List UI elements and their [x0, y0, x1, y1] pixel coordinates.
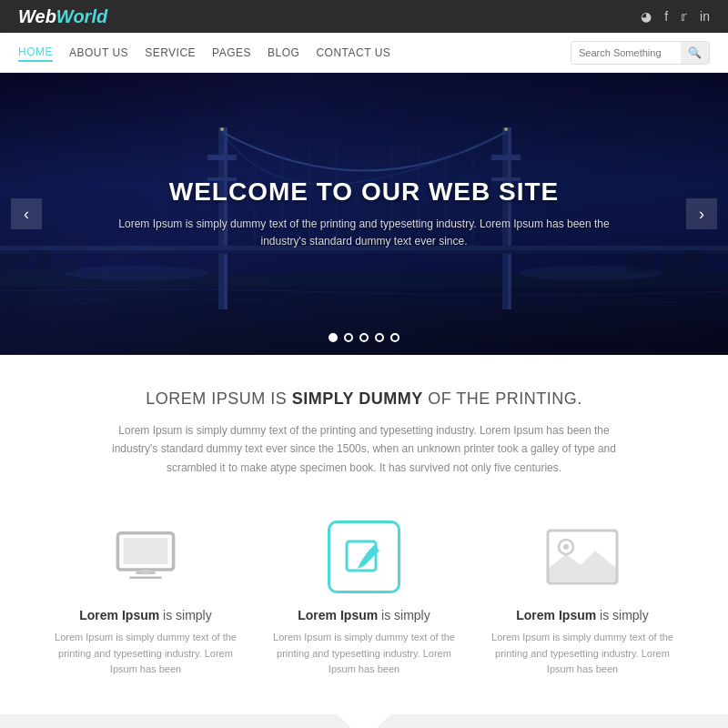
hero-dots — [329, 333, 399, 342]
logo: WebWorld — [18, 6, 107, 27]
feature-edit-title-rest: is simply — [381, 608, 430, 622]
hero-dot-2[interactable] — [344, 333, 353, 342]
hero-prev-button[interactable]: ‹ — [11, 198, 42, 229]
hero-next-button[interactable]: › — [686, 198, 717, 229]
hero-dot-1[interactable] — [329, 333, 338, 342]
nav-pages[interactable]: PAGES — [212, 45, 251, 61]
edit-icon — [328, 521, 400, 593]
intro-section: LOREM IPSUM IS SIMPLY DUMMY OF THE PRINT… — [0, 355, 728, 502]
social-icons: ◕ f 𝕣 in — [641, 9, 710, 24]
svg-rect-26 — [32, 250, 50, 273]
nav-service[interactable]: SERVICE — [145, 45, 196, 61]
svg-rect-30 — [682, 251, 703, 273]
hero-content: WELCOME TO OUR WEB SITE Lorem Ipsum is s… — [0, 177, 728, 250]
nav-contact[interactable]: CONTACT US — [316, 45, 390, 61]
svg-rect-20 — [0, 250, 728, 254]
hero-title: WELCOME TO OUR WEB SITE — [109, 177, 619, 207]
intro-heading-pre: LOREM IPSUM IS — [146, 389, 292, 408]
svg-point-24 — [504, 127, 508, 131]
hero-slider: WELCOME TO OUR WEB SITE Lorem Ipsum is s… — [0, 73, 728, 355]
facebook-icon[interactable]: f — [664, 9, 668, 24]
twitter-icon[interactable]: 𝕣 — [681, 9, 687, 24]
svg-rect-34 — [141, 570, 151, 574]
search-button[interactable]: 🔍 — [681, 42, 709, 64]
features-section: Lorem Ipsum is simply Lorem Ipsum is sim… — [0, 502, 728, 714]
svg-point-21 — [64, 266, 209, 280]
feature-edit: Lorem Ipsum is simply Lorem Ipsum is sim… — [264, 521, 464, 678]
feature-image-title-rest: is simply — [600, 608, 649, 622]
feature-monitor-title-rest: is simply — [163, 608, 212, 622]
feature-image: Lorem Ipsum is simply Lorem Ipsum is sim… — [482, 521, 682, 678]
logo-world: World — [56, 6, 107, 26]
edit-icon-box — [328, 521, 400, 593]
hero-dot-3[interactable] — [359, 333, 369, 342]
feature-image-desc: Lorem Ipsum is simply dummy text of the … — [482, 630, 682, 678]
svg-rect-32 — [124, 538, 168, 564]
nav-blog[interactable]: BLOG — [268, 45, 299, 61]
rss-icon[interactable]: ◕ — [641, 9, 652, 24]
top-bar: WebWorld ◕ f 𝕣 in — [0, 0, 728, 33]
search-box: 🔍 — [571, 41, 710, 65]
svg-rect-7 — [207, 155, 237, 160]
svg-rect-27 — [55, 259, 77, 273]
triangle-divider — [0, 714, 728, 728]
monitor-icon — [109, 521, 182, 593]
feature-monitor: Lorem Ipsum is simply Lorem Ipsum is sim… — [46, 521, 246, 678]
svg-point-23 — [220, 127, 224, 131]
nav-bar: HOME ABOUT US SERVICE PAGES BLOG CONTACT… — [0, 33, 728, 73]
svg-rect-25 — [0, 255, 27, 273]
image-icon — [546, 521, 619, 593]
feature-image-title: Lorem Ipsum is simply — [482, 608, 682, 622]
intro-heading-bold: SIMPLY DUMMY — [292, 389, 423, 408]
svg-point-40 — [563, 544, 569, 550]
svg-rect-29 — [660, 258, 678, 273]
feature-edit-title: Lorem Ipsum is simply — [264, 608, 464, 622]
nav-links: HOME ABOUT US SERVICE PAGES BLOG CONTACT… — [18, 44, 390, 62]
feature-edit-desc: Lorem Ipsum is simply dummy text of the … — [264, 630, 464, 678]
intro-heading: LOREM IPSUM IS SIMPLY DUMMY OF THE PRINT… — [55, 389, 673, 409]
feature-monitor-title-bold: Lorem Ipsum — [79, 608, 159, 622]
logo-web: Web — [18, 6, 56, 26]
feature-monitor-title: Lorem Ipsum is simply — [46, 608, 246, 622]
feature-monitor-desc: Lorem Ipsum is simply dummy text of the … — [46, 630, 246, 678]
nav-home[interactable]: HOME — [18, 44, 53, 62]
svg-rect-9 — [491, 155, 521, 160]
hero-dot-4[interactable] — [375, 333, 384, 342]
hero-dot-5[interactable] — [390, 333, 399, 342]
feature-image-title-bold: Lorem Ipsum — [516, 608, 596, 622]
intro-text: Lorem Ipsum is simply dummy text of the … — [100, 421, 628, 477]
linkedin-icon[interactable]: in — [700, 9, 710, 24]
search-input[interactable] — [571, 42, 681, 64]
feature-edit-title-bold: Lorem Ipsum — [298, 608, 378, 622]
svg-rect-28 — [628, 253, 653, 273]
nav-about[interactable]: ABOUT US — [69, 45, 128, 61]
hero-subtitle: Lorem Ipsum is simply dummy text of the … — [109, 216, 619, 250]
intro-heading-post: OF THE PRINTING. — [423, 389, 582, 408]
